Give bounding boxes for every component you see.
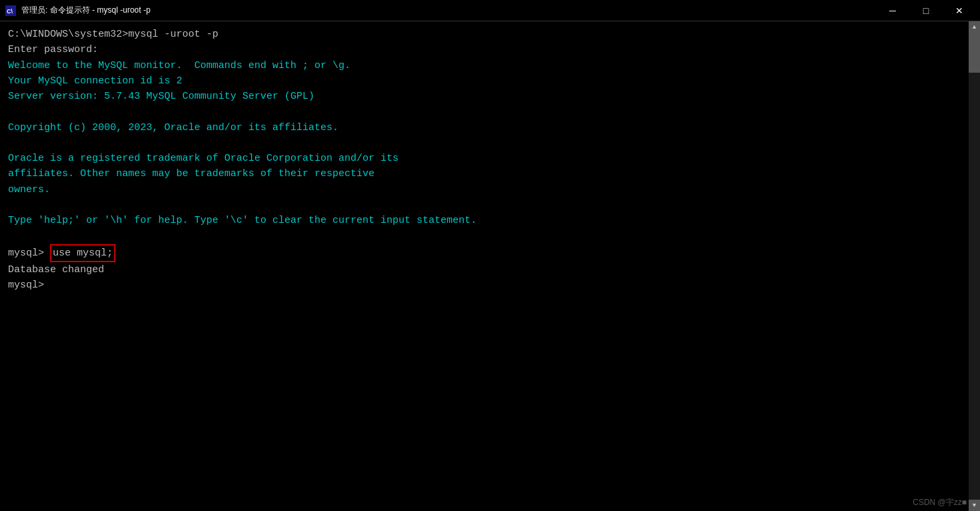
title-bar-controls: ─ □ ✕	[877, 0, 975, 21]
terminal-line-9: affiliates. Other names may be trademark…	[8, 166, 972, 181]
scrollbar-thumb[interactable]	[969, 33, 980, 73]
terminal-line-2: Welcome to the MySQL monitor. Commands e…	[8, 58, 972, 73]
prompt-symbol: mysql>	[8, 245, 50, 261]
terminal-line-1: Enter password:	[8, 42, 972, 57]
scroll-down-button[interactable]: ▼	[969, 500, 980, 511]
terminal-line-3: Your MySQL connection id is 2	[8, 73, 972, 89]
terminal-line-8: Oracle is a registered trademark of Orac…	[8, 151, 972, 166]
title-bar-title: 管理员: 命令提示符 - mysql -uroot -p	[21, 5, 150, 16]
window: C\ 管理员: 命令提示符 - mysql -uroot -p ─ □ ✕ C:…	[0, 0, 980, 511]
terminal-body[interactable]: C:\WINDOWS\system32>mysql -uroot -p Ente…	[0, 21, 980, 511]
title-bar-left: C\ 管理员: 命令提示符 - mysql -uroot -p	[5, 5, 150, 16]
terminal-blank-3	[8, 197, 972, 213]
terminal-line-0: C:\WINDOWS\system32>mysql -uroot -p	[8, 27, 972, 42]
cmd-icon: C\	[5, 5, 16, 16]
close-button[interactable]: ✕	[944, 0, 975, 21]
empty-space	[8, 293, 972, 480]
final-prompt-symbol: mysql>	[8, 278, 44, 293]
terminal-line-12: Type 'help;' or '\h' for help. Type '\c'…	[8, 213, 972, 228]
scrollbar[interactable]: ▲ ▼	[969, 21, 980, 511]
maximize-button[interactable]: □	[911, 0, 941, 21]
terminal-prompt-line: mysql> use mysql;	[8, 244, 972, 262]
watermark: CSDN @宇zz■	[913, 497, 967, 508]
title-bar: C\ 管理员: 命令提示符 - mysql -uroot -p ─ □ ✕	[0, 0, 980, 21]
terminal-blank-2	[8, 135, 972, 151]
terminal-line-6: Copyright (c) 2000, 2023, Oracle and/or …	[8, 120, 972, 135]
svg-text:C\: C\	[7, 8, 13, 15]
command-text: use mysql;	[50, 244, 115, 262]
terminal-line-15: Database changed	[8, 262, 972, 278]
terminal-line-10: owners.	[8, 182, 972, 197]
scrollbar-track	[969, 33, 980, 500]
terminal-blank-1	[8, 104, 972, 119]
terminal-line-4: Server version: 5.7.43 MySQL Community S…	[8, 89, 972, 104]
scroll-up-button[interactable]: ▲	[969, 21, 980, 33]
terminal-blank-4	[8, 228, 972, 243]
terminal-final-prompt: mysql>	[8, 278, 972, 293]
minimize-button[interactable]: ─	[877, 0, 908, 21]
